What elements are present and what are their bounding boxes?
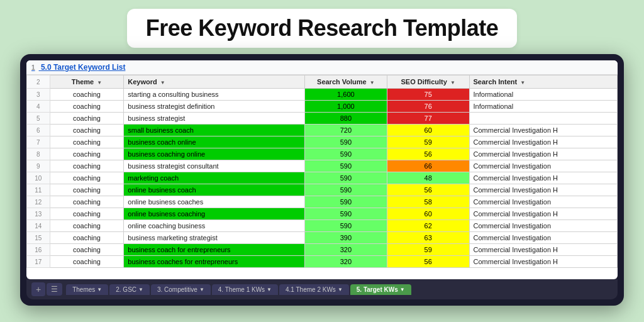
filter-icon-seo[interactable]: ▼	[450, 80, 455, 86]
title-card: Free Keyword Research Template	[127, 9, 518, 48]
cell-seo-difficulty: 59	[387, 244, 469, 256]
cell-search-volume: 390	[305, 232, 387, 244]
cell-keyword: business strategist definition	[124, 101, 305, 113]
cell-seo-difficulty: 63	[387, 232, 469, 244]
add-sheet-button[interactable]: +	[31, 282, 45, 296]
filter-icon-sv[interactable]: ▼	[370, 80, 375, 86]
table-scroll: 2 Theme ▼ Keyword ▼ Search Volume ▼	[26, 75, 618, 279]
table-body: 3coachingstarting a consulting business1…	[27, 89, 618, 268]
row-number: 8	[27, 148, 50, 160]
sheet-tab-themes[interactable]: Themes ▼	[66, 284, 108, 295]
table-row: 14coachingonline coaching business59062C…	[27, 220, 618, 232]
cell-theme: coaching	[50, 244, 124, 256]
cell-seo-difficulty: 75	[387, 89, 469, 101]
cell-search-volume: 1,000	[305, 101, 387, 113]
sheet-inner: 1 5.0 Target Keyword List 2 Theme ▼ Keyw…	[26, 60, 618, 279]
col-header-sv: Search Volume ▼	[305, 75, 387, 89]
cell-search-intent: Commercial Investigation	[469, 232, 617, 244]
row-number: 9	[27, 160, 50, 172]
cell-search-volume: 590	[305, 208, 387, 220]
cell-theme: coaching	[50, 125, 124, 136]
cell-keyword: online business coaching	[124, 208, 305, 220]
cell-search-intent: Informational	[469, 101, 617, 113]
table-row: 6coachingsmall business coach72060Commer…	[27, 125, 618, 136]
cell-theme: coaching	[50, 136, 124, 148]
cell-search-volume: 320	[305, 244, 387, 256]
row-number: 3	[27, 89, 50, 101]
cell-keyword: business coaching online	[124, 148, 305, 160]
cell-theme: coaching	[50, 184, 124, 196]
sheet-tab-4.-theme-1-kws[interactable]: 4. Theme 1 KWs ▼	[212, 284, 278, 295]
data-table: 2 Theme ▼ Keyword ▼ Search Volume ▼	[26, 75, 618, 268]
col-header-theme: Theme ▼	[50, 75, 124, 89]
cell-seo-difficulty: 56	[387, 148, 469, 160]
cell-search-intent: Commercial Investigation	[469, 220, 617, 232]
row-number: 10	[27, 172, 50, 184]
cell-theme: coaching	[50, 172, 124, 184]
cell-search-intent: Commercial Investigation H	[469, 184, 617, 196]
table-row: 16coachingbusiness coach for entrepreneu…	[27, 244, 618, 256]
cell-seo-difficulty: 59	[387, 136, 469, 148]
spreadsheet-container: 1 5.0 Target Keyword List 2 Theme ▼ Keyw…	[20, 54, 624, 306]
cell-theme: coaching	[50, 113, 124, 125]
filter-icon-theme[interactable]: ▼	[97, 80, 102, 86]
cell-theme: coaching	[50, 160, 124, 172]
row-number: 16	[27, 244, 50, 256]
row-number: 17	[27, 256, 50, 268]
cell-keyword: marketing coach	[124, 172, 305, 184]
table-row: 10coachingmarketing coach59048Commercial…	[27, 172, 618, 184]
col-header-seo: SEO Difficulty ▼	[387, 75, 469, 89]
table-row: 11coachingonline business coach59056Comm…	[27, 184, 618, 196]
cell-search-intent: Commercial Investigation H	[469, 244, 617, 256]
cell-seo-difficulty: 58	[387, 196, 469, 208]
cell-keyword: business strategist consultant	[124, 160, 305, 172]
cell-search-volume: 590	[305, 136, 387, 148]
cell-seo-difficulty: 76	[387, 101, 469, 113]
cell-search-volume: 880	[305, 113, 387, 125]
table-row: 12coachingonline business coaches59058Co…	[27, 196, 618, 208]
cell-search-intent: Commercial Investigation H	[469, 256, 617, 268]
section-title: 5.0 Target Keyword List	[41, 63, 125, 72]
sheet-tab-2.-gsc[interactable]: 2. GSC ▼	[109, 284, 150, 295]
col-header-intent: Search Intent ▼	[469, 75, 617, 89]
cell-seo-difficulty: 77	[387, 113, 469, 125]
cell-search-volume: 590	[305, 196, 387, 208]
row-number: 4	[27, 101, 50, 113]
row-number: 13	[27, 208, 50, 220]
cell-theme: coaching	[50, 101, 124, 113]
sheet-list-button[interactable]: ☰	[47, 283, 62, 296]
cell-search-volume: 590	[305, 148, 387, 160]
cell-seo-difficulty: 56	[387, 256, 469, 268]
cell-search-intent: Commercial Investigation H	[469, 208, 617, 220]
cell-search-intent: Commercial Investigation H	[469, 148, 617, 160]
sheet-tab-4.1-theme-2-kws[interactable]: 4.1 Theme 2 KWs ▼	[279, 284, 349, 295]
cell-keyword: business coaches for entrepreneurs	[124, 256, 305, 268]
filter-icon-intent[interactable]: ▼	[520, 80, 525, 86]
cell-keyword: small business coach	[124, 125, 305, 136]
column-header-row: 2 Theme ▼ Keyword ▼ Search Volume ▼	[27, 75, 618, 89]
row-number: 6	[27, 125, 50, 136]
table-row: 4coachingbusiness strategist definition1…	[27, 101, 618, 113]
sheet-tab-3.-competitive[interactable]: 3. Competitive ▼	[151, 284, 211, 295]
cell-search-intent	[469, 113, 617, 125]
cell-keyword: online coaching business	[124, 220, 305, 232]
row-number: 5	[27, 113, 50, 125]
row-number: 12	[27, 196, 50, 208]
cell-theme: coaching	[50, 89, 124, 101]
cell-seo-difficulty: 56	[387, 184, 469, 196]
filter-icon-keyword[interactable]: ▼	[160, 80, 165, 86]
cell-keyword: business coach online	[124, 136, 305, 148]
cell-theme: coaching	[50, 196, 124, 208]
table-row: 17coachingbusiness coaches for entrepren…	[27, 256, 618, 268]
cell-search-volume: 590	[305, 160, 387, 172]
cell-keyword: business marketing strategist	[124, 232, 305, 244]
cell-keyword: starting a consulting business	[124, 89, 305, 101]
sheet-tab-5.-target-kws[interactable]: 5. Target KWs ▼	[350, 284, 411, 295]
row-number: 14	[27, 220, 50, 232]
cell-search-intent: Commercial Investigation H	[469, 125, 617, 136]
cell-theme: coaching	[50, 232, 124, 244]
cell-search-intent: Commercial Investigation H	[469, 172, 617, 184]
row-number: 11	[27, 184, 50, 196]
cell-search-volume: 320	[305, 256, 387, 268]
col-header-keyword: Keyword ▼	[124, 75, 305, 89]
